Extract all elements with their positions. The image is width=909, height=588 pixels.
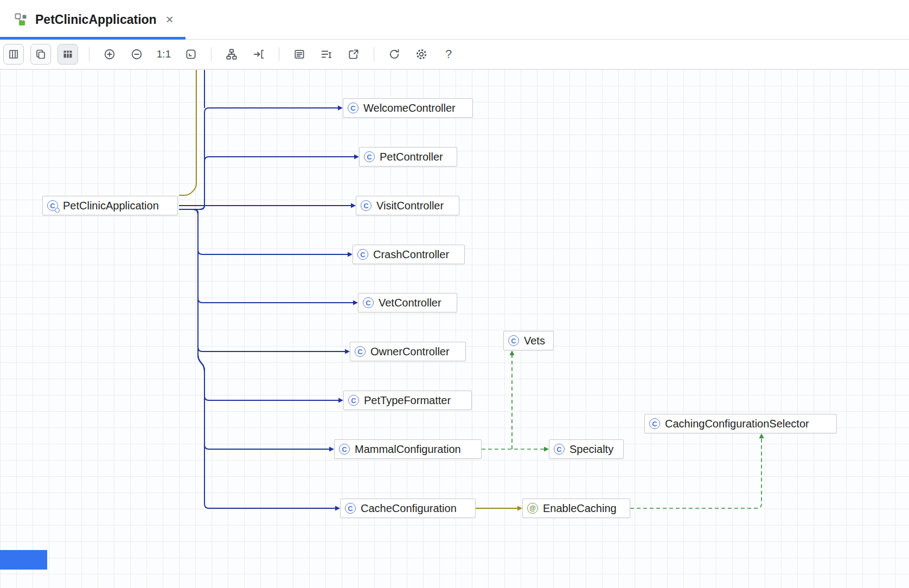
fit-content-icon <box>184 48 197 61</box>
settings-button[interactable] <box>412 45 431 63</box>
list-cursor-icon <box>320 48 333 61</box>
node-label: MammalConfiguration <box>355 443 461 456</box>
copy-icon <box>35 48 47 60</box>
annotation-icon: @ <box>527 503 538 514</box>
editor-tab-bar: PetClinicApplication × <box>0 0 909 40</box>
class-icon: C <box>355 346 366 357</box>
node-label: OwnerController <box>370 346 450 358</box>
open-external-icon <box>347 48 360 61</box>
actual-size-label: 1:1 <box>157 48 171 60</box>
columns-view-button[interactable] <box>3 44 24 65</box>
node-crash[interactable]: CCrashController <box>353 245 465 264</box>
node-label: CachingConfigurationSelector <box>665 418 809 430</box>
bottom-left-blue-badge <box>0 550 47 570</box>
diagram-toolbar: 1:1 <box>0 40 909 69</box>
node-label: CrashController <box>373 248 449 261</box>
edge-labels-button[interactable] <box>317 45 336 63</box>
display-options-group <box>290 45 363 63</box>
actual-size-button[interactable]: 1:1 <box>155 45 173 63</box>
node-label: Vets <box>524 335 545 347</box>
table-grid-icon <box>62 48 74 60</box>
nodes-layer: CPetClinicApplicationCWelcomeControllerC… <box>0 69 909 588</box>
node-vet[interactable]: CVetController <box>358 293 457 312</box>
class-icon: C <box>363 297 374 308</box>
card-preview-icon <box>293 48 306 61</box>
node-pet[interactable]: CPetController <box>359 147 457 167</box>
ide-diagram-window: PetClinicApplication × <box>0 0 909 588</box>
toolbar-separator <box>211 47 212 61</box>
node-cache[interactable]: CCacheConfiguration <box>340 498 476 518</box>
diagram-file-icon <box>14 12 28 27</box>
active-tab-indicator <box>0 37 185 40</box>
columns-icon <box>8 48 20 60</box>
toolbar-separator <box>374 47 374 61</box>
class-icon: C <box>357 249 368 260</box>
diagram-canvas[interactable]: CPetClinicApplicationCWelcomeControllerC… <box>0 69 909 588</box>
node-label: CacheConfiguration <box>361 502 457 515</box>
node-enablecaching[interactable]: @EnableCaching <box>522 498 630 518</box>
tab-petclinicapplication[interactable]: PetClinicApplication × <box>0 0 185 39</box>
misc-group: ? <box>385 45 458 63</box>
layout-group <box>222 45 268 63</box>
node-label: VetController <box>379 297 441 309</box>
fit-content-button[interactable] <box>182 45 200 63</box>
apply-layout-button[interactable] <box>222 45 241 63</box>
help-icon: ? <box>445 47 452 61</box>
diagram-world: CPetClinicApplicationCWelcomeControllerC… <box>0 69 909 588</box>
open-in-new-window-button[interactable] <box>344 45 363 63</box>
copy-diagram-button[interactable] <box>30 44 51 65</box>
zoom-in-button[interactable] <box>100 45 119 63</box>
node-details-button[interactable] <box>290 45 309 63</box>
class-icon: C <box>348 395 359 406</box>
tab-title: PetClinicApplication <box>35 12 157 27</box>
class-icon: C <box>554 444 565 455</box>
class-icon: C <box>339 444 350 455</box>
node-specialty[interactable]: CSpecialty <box>549 439 624 459</box>
gear-icon <box>415 48 428 61</box>
class-icon: C <box>345 503 356 514</box>
node-app[interactable]: CPetClinicApplication <box>42 196 178 215</box>
node-ccs[interactable]: CCachingConfigurationSelector <box>644 414 837 433</box>
class-icon-badged: C <box>47 200 58 211</box>
node-vets[interactable]: CVets <box>503 331 554 350</box>
scroll-to-node-button[interactable] <box>249 45 268 63</box>
node-owner[interactable]: COwnerController <box>350 342 466 361</box>
node-label: PetController <box>380 151 443 163</box>
class-icon: C <box>364 151 375 162</box>
zoom-group: 1:1 <box>100 45 200 63</box>
node-mammal[interactable]: CMammalConfiguration <box>334 439 482 459</box>
node-welcome[interactable]: CWelcomeController <box>343 98 473 118</box>
zoom-out-button[interactable] <box>127 45 146 63</box>
class-icon: C <box>508 335 519 346</box>
toolbar-separator <box>279 47 279 61</box>
boot-app-badge <box>55 208 60 213</box>
zoom-out-icon <box>130 48 143 61</box>
node-label: PetClinicApplication <box>63 200 159 212</box>
node-label: PetTypeFormatter <box>364 394 451 407</box>
class-icon: C <box>361 200 372 211</box>
node-pettype[interactable]: CPetTypeFormatter <box>343 391 472 410</box>
tab-close-icon[interactable]: × <box>164 12 176 27</box>
class-icon: C <box>649 418 660 429</box>
node-visit[interactable]: CVisitController <box>356 196 459 215</box>
node-label: EnableCaching <box>543 502 617 515</box>
node-label: VisitController <box>376 200 444 212</box>
class-icon: C <box>348 103 359 113</box>
node-label: Specialty <box>569 443 613 456</box>
view-mode-group <box>3 44 78 65</box>
refresh-button[interactable] <box>385 45 404 63</box>
zoom-in-icon <box>103 48 116 61</box>
table-view-button[interactable] <box>57 44 78 65</box>
toolbar-separator <box>89 47 89 61</box>
node-label: WelcomeController <box>363 102 456 114</box>
arrow-into-bracket-icon <box>252 48 265 61</box>
hierarchy-layout-icon <box>225 48 238 61</box>
help-button[interactable]: ? <box>439 45 458 63</box>
refresh-icon <box>388 48 401 61</box>
